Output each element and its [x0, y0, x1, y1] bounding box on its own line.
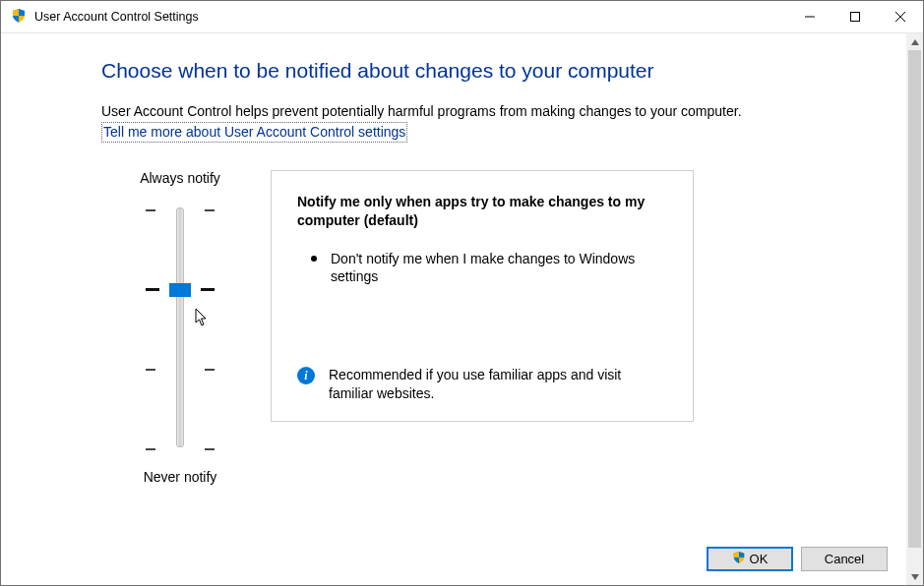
client-area: Choose when to be notified about changes…: [1, 33, 923, 585]
scroll-up-button[interactable]: [906, 33, 923, 50]
slider-top-label: Always notify: [101, 170, 259, 186]
scrollbar-track[interactable]: [906, 50, 923, 568]
recommendation-text: Recommended if you use familiar apps and…: [329, 366, 663, 403]
bullet-icon: [311, 256, 317, 262]
vertical-scrollbar[interactable]: [906, 33, 923, 585]
slider-track: [176, 207, 184, 447]
cancel-button-label: Cancel: [825, 552, 864, 566]
level-bullet-text: Don't notify me when I make changes to W…: [331, 250, 663, 287]
scroll-down-button[interactable]: [906, 568, 923, 585]
level-description-panel: Notify me only when apps try to make cha…: [271, 170, 694, 422]
level-bullet: Don't notify me when I make changes to W…: [311, 250, 663, 287]
uac-settings-window: User Account Control Settings Choose whe…: [0, 0, 924, 586]
titlebar: User Account Control Settings: [1, 1, 923, 33]
cancel-button[interactable]: Cancel: [801, 547, 888, 571]
slider-tick: [146, 369, 215, 371]
minimize-button[interactable]: [787, 1, 832, 32]
window-title: User Account Control Settings: [34, 10, 199, 24]
uac-shield-icon: [11, 8, 27, 27]
uac-level-slider[interactable]: [146, 200, 215, 455]
ok-button-label: OK: [750, 552, 769, 566]
svg-rect-1: [851, 13, 860, 22]
uac-shield-icon: [732, 551, 746, 567]
learn-more-link[interactable]: Tell me more about User Account Control …: [101, 122, 407, 143]
dialog-buttons: OK Cancel: [707, 547, 888, 571]
slider-thumb[interactable]: [169, 283, 191, 297]
recommendation-row: i Recommended if you use familiar apps a…: [297, 366, 663, 403]
page-heading: Choose when to be notified about changes…: [101, 59, 851, 83]
maximize-button[interactable]: [832, 1, 878, 32]
description-line: User Account Control helps prevent poten…: [101, 103, 742, 119]
close-button[interactable]: [878, 1, 923, 32]
description-text: User Account Control helps prevent poten…: [101, 102, 851, 143]
slider-tick: [146, 209, 215, 211]
slider-tick: [146, 448, 215, 450]
scrollbar-thumb[interactable]: [908, 50, 921, 548]
cursor-icon: [195, 308, 209, 330]
level-title: Notify me only when apps try to make cha…: [297, 193, 663, 230]
info-icon: i: [297, 367, 315, 384]
ok-button[interactable]: OK: [707, 547, 793, 571]
slider-bottom-label: Never notify: [101, 469, 259, 485]
